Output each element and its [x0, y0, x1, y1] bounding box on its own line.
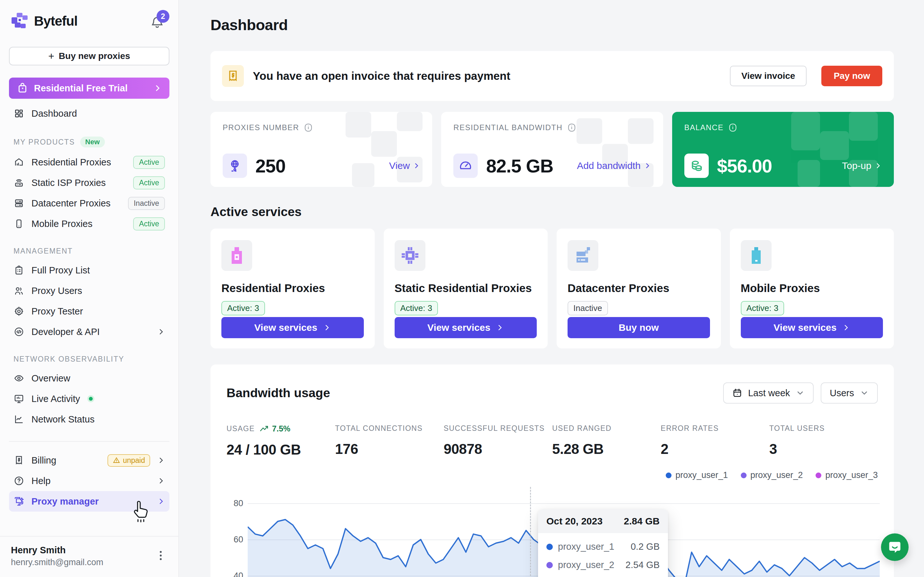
sidebar-item-billing[interactable]: Billing unpaid — [9, 450, 170, 471]
user-account-section: Henry Smith henry.smith@gmail.com — [0, 536, 178, 577]
static-isp-proxies-icon — [13, 177, 24, 188]
chevron-right-icon — [644, 162, 651, 169]
view-invoice-button[interactable]: View invoice — [730, 66, 807, 86]
gear-icon — [13, 306, 24, 316]
code-icon — [13, 327, 24, 337]
chevron-right-icon — [875, 162, 882, 169]
live-status-dot — [87, 395, 94, 402]
sidebar-item-datacenter-proxies[interactable]: Datacenter Proxies Inactive — [9, 193, 170, 213]
tooltip-total: 2.84 GB — [624, 516, 660, 527]
app-root: Byteful 2 + Buy new proxies Residential … — [0, 0, 924, 577]
series-filter-dropdown[interactable]: Users — [821, 382, 878, 404]
kebab-icon — [157, 550, 165, 561]
chip-pixel-icon — [395, 240, 425, 271]
residential-bandwidth-card: RESIDENTIAL BANDWIDTH 82.5 GB Add bandwi… — [441, 112, 663, 187]
residential-proxies-icon — [13, 157, 24, 167]
bandwidth-usage-card: Bandwidth usage Last week Users USAGE — [210, 364, 894, 577]
legend-proxy-user-1[interactable]: proxy_user_1 — [666, 470, 728, 480]
service-name: Static Residential Proxies — [395, 282, 537, 295]
legend-proxy-user-3[interactable]: proxy_user_3 — [816, 470, 878, 480]
tooltip-row: proxy_user_3 0.1 GB — [546, 574, 660, 577]
billing-unpaid-badge: unpaid — [107, 454, 150, 467]
sidebar-item-residential-proxies[interactable]: Residential Proxies Active — [9, 152, 170, 172]
pay-now-button[interactable]: Pay now — [821, 66, 882, 86]
hover-crosshair-line — [530, 487, 531, 577]
active-services-title: Active services — [210, 205, 894, 219]
service-card-datacenter: Datacenter Proxies Inactive Buy now — [557, 229, 721, 348]
help-circle-icon — [13, 476, 24, 486]
sidebar-item-full-proxy-list[interactable]: Full Proxy List — [9, 260, 170, 280]
user-menu-kebab-button[interactable] — [154, 548, 168, 565]
user-email: henry.smith@gmail.com — [11, 558, 103, 567]
sidebar-item-live-activity[interactable]: Live Activity — [9, 388, 170, 409]
chevron-right-icon — [323, 324, 331, 332]
globe-network-icon — [223, 153, 247, 178]
chevron-down-icon — [796, 388, 804, 398]
sidebar-item-mobile-proxies[interactable]: Mobile Proxies Active — [9, 213, 170, 234]
status-badge: Inactive — [128, 197, 165, 210]
chat-widget-button[interactable] — [881, 533, 909, 561]
banner-message: You have an open invoice that requires p… — [253, 69, 721, 82]
status-badge: Active — [133, 176, 165, 189]
brand-logo: Byteful — [11, 12, 78, 30]
info-icon[interactable] — [567, 123, 577, 132]
service-status-badge: Active: 3 — [395, 301, 438, 316]
sidebar-item-help[interactable]: Help — [9, 471, 170, 491]
service-name: Mobile Proxies — [741, 282, 883, 295]
balance-value: $56.00 — [717, 155, 772, 177]
buy-now-button-datacenter[interactable]: Buy now — [567, 317, 710, 338]
sidebar-item-network-status[interactable]: Network Status — [9, 409, 170, 430]
sidebar-item-dashboard[interactable]: Dashboard — [9, 103, 170, 124]
invoice-icon-tile — [222, 65, 244, 87]
eye-icon — [13, 373, 24, 384]
legend-dot — [666, 472, 672, 478]
chevron-right-icon — [157, 477, 165, 485]
buy-new-proxies-button[interactable]: + Buy new proxies — [9, 47, 170, 65]
sidebar-item-proxy-manager[interactable]: Proxy manager — [9, 491, 170, 512]
main-content: Dashboard You have an open invoice that … — [179, 0, 924, 577]
view-proxies-link[interactable]: View — [389, 160, 420, 171]
stat-label: PROXIES NUMBER — [223, 123, 420, 132]
sidebar-item-developer-api[interactable]: Developer & API — [9, 322, 170, 342]
chart-plot-area[interactable]: Oct 20, 2023 2.84 GB proxy_user_1 0.2 GB — [248, 493, 880, 577]
tooltip-row: proxy_user_1 0.2 GB — [546, 538, 660, 556]
legend-dot — [741, 472, 746, 478]
view-services-button-residential[interactable]: View services — [221, 317, 364, 338]
legend-dot — [816, 472, 821, 478]
period-filter-dropdown[interactable]: Last week — [723, 382, 814, 404]
sidebar-item-proxy-tester[interactable]: Proxy Tester — [9, 301, 170, 322]
sidebar-item-static-isp-proxies[interactable]: Static ISP Proxies Active — [9, 172, 170, 193]
stat-total-connections: TOTAL CONNECTIONS 176 — [335, 424, 443, 458]
trial-bag-icon — [17, 82, 28, 94]
notifications-button[interactable]: 2 — [150, 13, 168, 30]
residential-free-trial-banner[interactable]: Residential Free Trial — [9, 77, 170, 99]
chevron-right-icon — [496, 324, 504, 332]
sidebar-item-proxy-users[interactable]: Proxy Users — [9, 280, 170, 301]
info-icon[interactable] — [728, 123, 738, 132]
add-bandwidth-link[interactable]: Add bandwidth — [577, 160, 651, 171]
info-icon[interactable] — [304, 123, 313, 132]
chart-tooltip: Oct 20, 2023 2.84 GB proxy_user_1 0.2 GB — [538, 509, 668, 577]
tooltip-row: proxy_user_2 2.54 GB — [546, 556, 660, 574]
stat-label: BALANCE — [684, 123, 882, 132]
bandwidth-usage-title: Bandwidth usage — [226, 386, 723, 400]
residential-bandwidth-value: 82.5 GB — [486, 155, 553, 177]
status-badge: Active — [133, 156, 165, 169]
sidebar-item-overview[interactable]: Overview — [9, 368, 170, 388]
residential-pixel-icon — [221, 240, 252, 271]
chevron-right-icon — [157, 328, 165, 335]
tooltip-date: Oct 20, 2023 — [546, 516, 603, 527]
view-services-button-static[interactable]: View services — [395, 317, 537, 338]
calendar-icon — [732, 388, 742, 398]
active-services-row: Residential Proxies Active: 3 View servi… — [210, 229, 894, 348]
view-services-button-mobile[interactable]: View services — [741, 317, 883, 338]
stats-row: PROXIES NUMBER 250 View — [210, 112, 894, 187]
notifications-count-badge: 2 — [157, 10, 170, 23]
proxies-number-value: 250 — [255, 155, 286, 177]
line-chart-icon — [13, 414, 24, 424]
sidebar: Byteful 2 + Buy new proxies Residential … — [0, 0, 179, 577]
legend-proxy-user-2[interactable]: proxy_user_2 — [741, 470, 803, 480]
clipboard-icon — [13, 265, 24, 276]
topup-link[interactable]: Top-up — [842, 160, 882, 171]
mobile-pixel-icon — [741, 240, 772, 271]
